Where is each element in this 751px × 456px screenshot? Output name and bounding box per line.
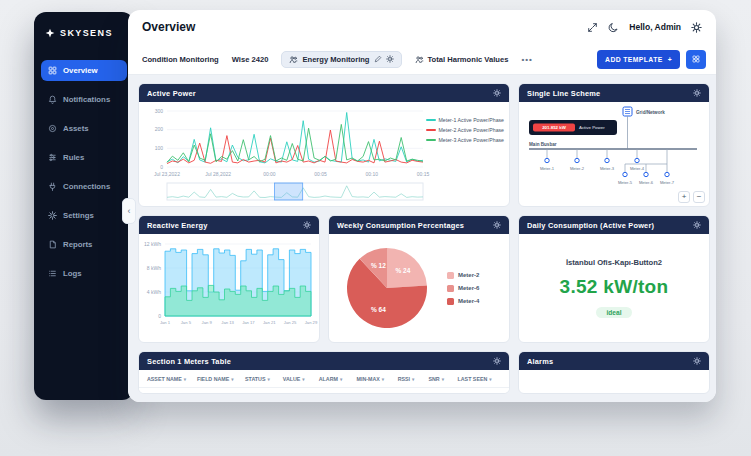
tab-condition-monitoring[interactable]: Condition Monitoring (142, 55, 219, 64)
tab-energy-monitoring[interactable]: Energy Monitoring (281, 51, 401, 68)
edit-pencil-icon[interactable] (374, 55, 382, 63)
sidebar-item-connections[interactable]: Connections (41, 176, 127, 197)
column-header-last-seen[interactable]: LAST SEEN▾ (458, 376, 501, 382)
panel-gear-icon[interactable] (493, 357, 501, 365)
plug-icon (48, 182, 57, 191)
main-area: Overview Hello, Admin Condition Monitori… (128, 10, 716, 402)
chevron-left-icon: ‹ (128, 206, 131, 216)
right-column: Single Line Scheme Grid/Network (518, 83, 710, 394)
zoom-in-button[interactable]: + (678, 191, 690, 203)
column-header-snr[interactable]: SNR▾ (429, 376, 455, 382)
panel-gear-icon[interactable] (493, 89, 501, 97)
sidebar-item-logs[interactable]: Logs (41, 263, 127, 284)
tab-total-harmonic-values[interactable]: Total Harmonic Values (415, 55, 509, 64)
tab-gear-icon[interactable] (386, 55, 394, 63)
svg-text:300: 300 (155, 108, 164, 114)
single-line-diagram[interactable]: Grid/Network 201.852 kW Active Power Mai (521, 104, 707, 188)
user-greeting: Hello, Admin (629, 22, 681, 32)
column-header-alarm[interactable]: ALARM▾ (319, 376, 354, 382)
legend-item[interactable]: Meter-4 (447, 298, 479, 305)
legend-label: Meter-6 (458, 285, 479, 291)
caret-down-icon: ▾ (184, 377, 186, 382)
target-icon (48, 124, 57, 133)
svg-text:4 kWh: 4 kWh (147, 289, 161, 295)
add-template-label: ADD TEMPLATE (605, 56, 663, 63)
dark-mode-moon-icon[interactable] (608, 22, 619, 33)
add-template-button[interactable]: ADD TEMPLATE + (597, 50, 680, 69)
sidebar-item-settings[interactable]: Settings (41, 205, 127, 226)
zoom-out-button[interactable]: − (693, 191, 705, 203)
grid-network-node: Grid/Network (623, 107, 665, 149)
meter-label: Meter-2 (570, 166, 585, 171)
dashboard-grid-icon (692, 54, 700, 64)
tab-label: Energy Monitoring (302, 55, 369, 64)
daily-consumption-body: İstanbul Ofis-Kapı-Button2 3.52 kW/ton i… (519, 234, 709, 342)
grid-icon (48, 66, 57, 75)
svg-text:200: 200 (155, 126, 164, 132)
caret-down-icon: ▾ (302, 377, 304, 382)
panel-daily-consumption: Daily Consumption (Active Power) İstanbu… (518, 215, 710, 343)
expand-icon[interactable] (587, 22, 598, 33)
tab-label: Wise 2420 (232, 55, 269, 64)
dashboard-layout-button[interactable] (686, 50, 706, 69)
settings-gear-icon[interactable] (691, 22, 702, 33)
tab-bar: Condition Monitoring Wise 2420 Energy Mo… (128, 44, 716, 75)
svg-text:Jan 21: Jan 21 (263, 320, 276, 325)
brand: SKYSENS (34, 12, 134, 60)
reactive-energy-chart[interactable]: 04 kWh8 kWh12 kWhJan 1Jan 5Jan 9Jan 13Ja… (139, 234, 319, 340)
app-window: SKYSENS Overview Notifications Assets R (34, 10, 716, 402)
zoom-controls: + − (678, 191, 705, 203)
panel-gear-icon[interactable] (493, 221, 501, 229)
legend-swatch (447, 272, 454, 279)
column-header-asset-name[interactable]: ASSET NAME▾ (147, 376, 194, 382)
column-header-status[interactable]: STATUS▾ (245, 376, 280, 382)
sidebar-item-notifications[interactable]: Notifications (41, 89, 127, 110)
weekly-consumption-pie-chart[interactable]: % 24% 64% 12 (335, 238, 439, 338)
legend-item[interactable]: Meter-6 (447, 285, 479, 292)
panel-gear-icon[interactable] (303, 221, 311, 229)
caret-down-icon: ▾ (382, 377, 384, 382)
left-column: Active Power 0100200300Jul 23,2022Jul 28… (138, 83, 510, 394)
sidebar-item-label: Overview (63, 66, 98, 75)
legend-item[interactable]: Meter-2 Active Power/Phase (426, 127, 504, 133)
sidebar-collapse-button[interactable]: ‹ (122, 198, 136, 224)
column-header-field-name[interactable]: FIELD NAME▾ (197, 376, 242, 382)
column-header-value[interactable]: VALUE▾ (283, 376, 316, 382)
column-header-rssi[interactable]: RSSI▾ (398, 376, 426, 382)
meter-label: Meter-4 (630, 166, 645, 171)
sidebar-item-assets[interactable]: Assets (41, 118, 127, 139)
legend-label: Meter-2 Active Power/Phase (439, 127, 504, 133)
legend-item[interactable]: Meter-1 Active Power/Phase (426, 117, 504, 123)
svg-text:12 kWh: 12 kWh (144, 241, 161, 247)
meter-label: Meter-6 (639, 180, 654, 185)
sidebar-item-label: Logs (63, 269, 82, 278)
svg-text:00:10: 00:10 (366, 171, 379, 177)
alarms-body (519, 370, 709, 393)
sidebar-item-overview[interactable]: Overview (41, 60, 127, 81)
pie-legend: Meter-2 Meter-6 Meter-4 (447, 272, 479, 305)
more-tabs-button[interactable]: ••• (521, 55, 532, 64)
sidebar-item-rules[interactable]: Rules (41, 147, 127, 168)
svg-text:Jan 1: Jan 1 (160, 320, 171, 325)
legend-item[interactable]: Meter-2 (447, 272, 479, 279)
svg-text:Jan 29: Jan 29 (305, 320, 318, 325)
panel-gear-icon[interactable] (693, 357, 701, 365)
svg-text:00:15: 00:15 (417, 171, 430, 177)
sidebar-item-reports[interactable]: Reports (41, 234, 127, 255)
panel-gear-icon[interactable] (693, 89, 701, 97)
busbar-label: Main Busbar (529, 142, 557, 147)
chart-legend: Meter-1 Active Power/Phase Meter-2 Activ… (426, 117, 504, 143)
svg-text:Jan 25: Jan 25 (284, 320, 297, 325)
dashboard-content: Active Power 0100200300Jul 23,2022Jul 28… (128, 75, 716, 402)
sidebar-item-label: Settings (63, 211, 94, 220)
table-header-row: ASSET NAME▾ FIELD NAME▾ STATUS▾ VALUE▾ A… (139, 370, 509, 388)
svg-text:100: 100 (155, 145, 164, 151)
legend-item[interactable]: Meter-3 Active Power/Phase (426, 137, 504, 143)
panel-gear-icon[interactable] (693, 221, 701, 229)
tab-wise-2420[interactable]: Wise 2420 (232, 55, 269, 64)
top-bar: Overview Hello, Admin (128, 10, 716, 44)
users-icon (289, 55, 298, 64)
column-header-min-max[interactable]: MIN-MAX▾ (357, 376, 395, 382)
svg-text:Jan 13: Jan 13 (221, 320, 234, 325)
legend-swatch (426, 129, 436, 131)
